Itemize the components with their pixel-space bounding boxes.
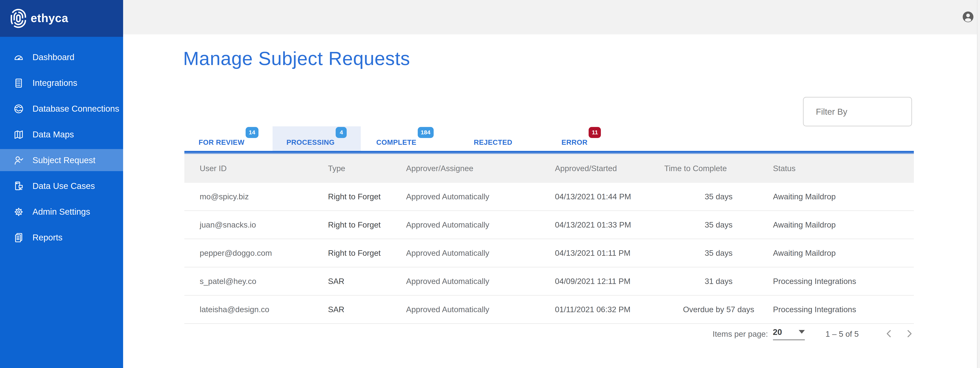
- table-header-row: User ID Type Approver/Assignee Approved/…: [185, 154, 914, 183]
- cell-user-id: mo@spicy.biz: [185, 192, 328, 201]
- previous-page-icon[interactable]: [885, 329, 893, 339]
- filter-by-label: Filter By: [816, 107, 847, 117]
- cell-approver: Approved Automatically: [406, 305, 555, 314]
- sidebar: ethyca Dashboard: [0, 0, 123, 368]
- cell-approved: 04/13/2021 01:44 PM: [555, 192, 664, 201]
- subject-request-icon: [13, 154, 24, 166]
- cell-approved: 04/13/2021 01:11 PM: [555, 248, 664, 258]
- cell-status: Awaiting Maildrop: [773, 220, 914, 229]
- page-title: Manage Subject Requests: [183, 48, 410, 70]
- items-per-page-select[interactable]: 20: [773, 327, 805, 340]
- filter-by-input[interactable]: Filter By: [803, 97, 912, 126]
- column-header-status: Status: [773, 164, 914, 173]
- data-maps-icon: [13, 129, 24, 140]
- tab-badge: 11: [589, 127, 601, 138]
- brand-name: ethyca: [30, 12, 68, 25]
- cell-status: Processing Integrations: [773, 277, 914, 286]
- sidebar-item-label: Subject Request: [32, 155, 95, 165]
- sidebar-item-integrations[interactable]: Integrations: [0, 72, 123, 94]
- cell-user-id: s_patel@hey.co: [185, 277, 328, 286]
- scrollbar[interactable]: [977, 0, 980, 368]
- sidebar-item-dashboard[interactable]: Dashboard: [0, 46, 123, 68]
- sidebar-item-data-maps[interactable]: Data Maps: [0, 123, 123, 146]
- sidebar-item-label: Data Maps: [32, 130, 74, 139]
- cell-user-id: juan@snacks.io: [185, 220, 328, 229]
- dashboard-gauge-icon: [13, 51, 24, 63]
- tab-label: REJECTED: [474, 139, 512, 146]
- cell-status: Awaiting Maildrop: [773, 248, 914, 258]
- paginator: Items per page: 20 1 – 5 of 5: [185, 325, 914, 342]
- tab-label: FOR REVIEW: [199, 139, 245, 146]
- items-per-page-label: Items per page:: [713, 329, 768, 338]
- tab-for-review[interactable]: FOR REVIEW14: [185, 126, 272, 151]
- column-header-time-to-complete: Time to Complete: [664, 164, 773, 173]
- sidebar-item-label: Dashboard: [32, 52, 75, 62]
- cell-time-to-complete: 35 days: [664, 248, 773, 258]
- items-per-page-value: 20: [773, 327, 782, 336]
- app-root: ethyca Dashboard: [0, 0, 980, 368]
- sidebar-item-reports[interactable]: Reports: [0, 226, 123, 248]
- table-row[interactable]: pepper@doggo.com Right to Forget Approve…: [185, 239, 914, 267]
- status-tabs: FOR REVIEW14 PROCESSING4 COMPLETE184 REJ…: [185, 126, 625, 151]
- cell-time-to-complete: 35 days: [664, 220, 773, 229]
- table-row[interactable]: s_patel@hey.co SAR Approved Automaticall…: [185, 267, 914, 296]
- page-range-label: 1 – 5 of 5: [826, 329, 859, 338]
- table-row[interactable]: lateisha@design.co SAR Approved Automati…: [185, 296, 914, 324]
- cell-user-id: pepper@doggo.com: [185, 248, 328, 258]
- cell-time-to-complete: Overdue by 57 days: [664, 305, 773, 314]
- tab-underline: [185, 151, 914, 154]
- database-connections-icon: [13, 103, 24, 115]
- cell-type: SAR: [328, 305, 406, 314]
- cell-approved: 01/11/2021 06:32 PM: [555, 305, 664, 314]
- column-header-type: Type: [328, 164, 406, 173]
- table-row[interactable]: mo@spicy.biz Right to Forget Approved Au…: [185, 183, 914, 211]
- cell-time-to-complete: 31 days: [664, 277, 773, 286]
- account-circle-icon[interactable]: [962, 10, 975, 23]
- reports-icon: [13, 232, 24, 243]
- column-header-approver: Approver/Assignee: [406, 164, 555, 173]
- tab-processing[interactable]: PROCESSING4: [272, 126, 361, 151]
- tab-label: COMPLETE: [376, 139, 417, 146]
- cell-approver: Approved Automatically: [406, 220, 555, 229]
- sidebar-item-database-connections[interactable]: Database Connections: [0, 98, 123, 120]
- cell-approver: Approved Automatically: [406, 192, 555, 201]
- sidebar-nav: Dashboard Integrations: [0, 37, 123, 248]
- admin-settings-icon: [13, 206, 24, 218]
- column-header-approved: Approved/Started: [555, 164, 664, 173]
- cell-status: Awaiting Maildrop: [773, 192, 914, 201]
- column-header-user-id: User ID: [185, 164, 328, 173]
- brand-logo: ethyca: [0, 0, 123, 37]
- cell-approved: 04/09/2021 12:11 PM: [555, 277, 664, 286]
- sidebar-item-label: Data Use Cases: [32, 181, 95, 191]
- dropdown-arrow-icon: [799, 330, 805, 334]
- tab-label: ERROR: [562, 139, 588, 146]
- tab-rejected[interactable]: REJECTED: [449, 126, 537, 151]
- cell-type: Right to Forget: [328, 220, 406, 229]
- sidebar-item-data-use-cases[interactable]: Data Use Cases: [0, 175, 123, 197]
- next-page-icon[interactable]: [905, 329, 914, 339]
- cell-type: Right to Forget: [328, 248, 406, 258]
- cell-type: SAR: [328, 277, 406, 286]
- fingerprint-logo-icon: [10, 9, 26, 28]
- cell-approved: 04/13/2021 01:33 PM: [555, 220, 664, 229]
- tab-error[interactable]: ERROR11: [537, 126, 625, 151]
- sidebar-item-admin-settings[interactable]: Admin Settings: [0, 200, 123, 222]
- data-use-cases-icon: [13, 180, 24, 192]
- tab-badge: 14: [246, 127, 258, 138]
- requests-table: User ID Type Approver/Assignee Approved/…: [185, 154, 914, 324]
- topbar: [123, 0, 980, 34]
- table-row[interactable]: juan@snacks.io Right to Forget Approved …: [185, 211, 914, 239]
- tab-label: PROCESSING: [286, 139, 335, 146]
- cell-approver: Approved Automatically: [406, 248, 555, 258]
- sidebar-item-label: Integrations: [32, 78, 77, 88]
- sidebar-item-label: Reports: [32, 232, 62, 242]
- tab-complete[interactable]: COMPLETE184: [361, 126, 449, 151]
- tab-badge: 184: [417, 127, 433, 138]
- sidebar-item-label: Admin Settings: [32, 207, 90, 216]
- sidebar-item-subject-request[interactable]: Subject Request: [0, 149, 123, 171]
- cell-user-id: lateisha@design.co: [185, 305, 328, 314]
- cell-type: Right to Forget: [328, 192, 406, 201]
- cell-approver: Approved Automatically: [406, 277, 555, 286]
- tab-badge: 4: [336, 127, 347, 138]
- cell-status: Processing Integrations: [773, 305, 914, 314]
